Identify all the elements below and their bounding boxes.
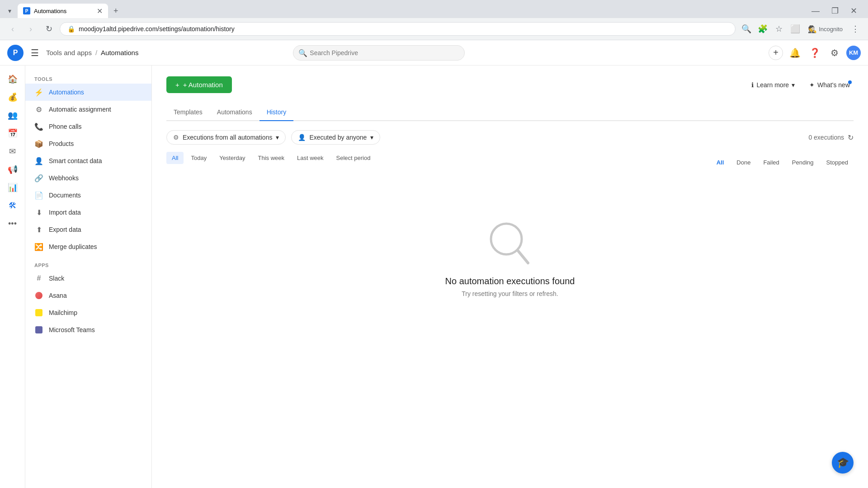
filters-row: ⚙ Executions from all automations ▾ 👤 Ex… bbox=[166, 130, 854, 145]
nav-icon-campaigns[interactable]: 📢 bbox=[5, 161, 21, 178]
active-browser-tab[interactable]: P Automations ✕ bbox=[18, 4, 108, 18]
nav-icon-activities[interactable]: 📅 bbox=[5, 125, 21, 141]
date-filter-last-week[interactable]: Last week bbox=[292, 152, 329, 164]
nav-icon-contacts[interactable]: 👥 bbox=[5, 107, 21, 123]
refresh-btn[interactable]: ↻ bbox=[848, 133, 854, 142]
profile-btn[interactable]: ⬜ bbox=[788, 22, 802, 36]
slack-icon: # bbox=[34, 274, 43, 283]
tab-list-btn[interactable]: ▾ bbox=[5, 5, 14, 16]
date-filters: All Today Yesterday This week Last week … bbox=[166, 152, 376, 164]
mailchimp-icon bbox=[34, 308, 43, 317]
whats-new-icon: ✦ bbox=[809, 81, 815, 89]
sidebar-item-products[interactable]: 📦 Products bbox=[25, 135, 151, 152]
extension-btn[interactable]: 🧩 bbox=[755, 22, 770, 36]
support-fab[interactable]: 🎓 bbox=[832, 452, 854, 474]
add-automation-btn[interactable]: + + Automation bbox=[166, 76, 232, 93]
sidebar-item-asana-label: Asana bbox=[49, 292, 67, 299]
executor-filter-label: Executed by anyone bbox=[309, 134, 367, 141]
tab-templates[interactable]: Templates bbox=[166, 104, 210, 121]
back-btn[interactable]: ‹ bbox=[5, 22, 20, 36]
sidebar-item-automations[interactable]: ⚡ Automations bbox=[25, 84, 151, 101]
products-icon: 📦 bbox=[34, 139, 43, 148]
date-filter-select-period[interactable]: Select period bbox=[331, 152, 376, 164]
main-toolbar: + + Automation ℹ Learn more ▾ ✦ What's n… bbox=[166, 76, 854, 93]
header-actions: + 🔔 ❓ ⚙ KM bbox=[769, 45, 861, 61]
new-tab-btn[interactable]: + bbox=[112, 5, 120, 18]
date-status-filters-row: All Today Yesterday This week Last week … bbox=[166, 152, 854, 173]
sidebar-item-webhooks[interactable]: 🔗 Webhooks bbox=[25, 169, 151, 187]
executor-filter-dropdown[interactable]: 👤 Executed by anyone ▾ bbox=[291, 130, 380, 145]
empty-state: No automation executions found Try reset… bbox=[166, 184, 854, 333]
automatic-assignment-icon: ⚙ bbox=[34, 105, 43, 114]
webhooks-icon: 🔗 bbox=[34, 174, 43, 183]
sidebar-item-mailchimp[interactable]: Mailchimp bbox=[25, 304, 151, 321]
left-icon-nav: 🏠 💰 👥 📅 ✉ 📢 📊 🛠 ••• bbox=[0, 66, 25, 488]
search-browser-btn[interactable]: 🔍 bbox=[739, 22, 754, 36]
help-btn[interactable]: ❓ bbox=[807, 45, 823, 61]
address-bar[interactable]: 🔒 moodjoy1altd.pipedrive.com/settings/au… bbox=[60, 22, 736, 36]
learn-more-btn[interactable]: ℹ Learn more ▾ bbox=[748, 78, 798, 92]
search-icon: 🔍 bbox=[298, 48, 307, 57]
notifications-btn[interactable]: 🔔 bbox=[787, 45, 803, 61]
sidebar-item-webhooks-label: Webhooks bbox=[49, 174, 79, 182]
browser-menu-btn[interactable]: ⋮ bbox=[848, 22, 863, 36]
reload-btn[interactable]: ↻ bbox=[42, 22, 56, 36]
info-icon: ℹ bbox=[751, 81, 754, 89]
breadcrumb-parent[interactable]: Tools and apps bbox=[46, 49, 92, 56]
nav-icon-tools[interactable]: 🛠 bbox=[5, 197, 21, 214]
tools-section-label: TOOLS bbox=[25, 73, 151, 84]
sidebar-item-import-data[interactable]: ⬇ Import data bbox=[25, 204, 151, 221]
date-filter-yesterday[interactable]: Yesterday bbox=[214, 152, 250, 164]
minimize-btn[interactable]: — bbox=[806, 4, 825, 18]
sidebar-item-phone-calls[interactable]: 📞 Phone calls bbox=[25, 118, 151, 135]
app-header: P ☰ Tools and apps / Automations 🔍 + 🔔 ❓… bbox=[0, 40, 868, 66]
sidebar-item-documents-label: Documents bbox=[49, 192, 81, 199]
date-filter-all[interactable]: All bbox=[166, 152, 184, 164]
smart-contact-data-icon: 👤 bbox=[34, 156, 43, 165]
nav-icon-deals[interactable]: 💰 bbox=[5, 89, 21, 105]
apps-section-label: APPS bbox=[25, 259, 151, 270]
executor-filter-chevron-icon: ▾ bbox=[370, 134, 373, 141]
sidebar-item-documents[interactable]: 📄 Documents bbox=[25, 187, 151, 204]
avatar[interactable]: KM bbox=[846, 46, 861, 60]
forward-btn[interactable]: › bbox=[24, 22, 38, 36]
nav-icon-home[interactable]: 🏠 bbox=[5, 71, 21, 87]
automations-filter-dropdown[interactable]: ⚙ Executions from all automations ▾ bbox=[166, 130, 286, 145]
status-filter-pending[interactable]: Pending bbox=[787, 156, 819, 169]
nav-icon-mail[interactable]: ✉ bbox=[5, 143, 21, 160]
bookmark-btn[interactable]: ☆ bbox=[772, 22, 786, 36]
status-filter-all[interactable]: All bbox=[711, 156, 730, 169]
main-actions-right: ℹ Learn more ▾ ✦ What's new bbox=[748, 78, 854, 92]
sidebar-item-asana[interactable]: Asana bbox=[25, 287, 151, 304]
nav-toggle-btn[interactable]: ☰ bbox=[29, 46, 41, 60]
sidebar-item-merge-duplicates[interactable]: 🔀 Merge duplicates bbox=[25, 238, 151, 255]
sidebar-item-automatic-assignment[interactable]: ⚙ Automatic assignment bbox=[25, 101, 151, 118]
nav-icon-reports[interactable]: 📊 bbox=[5, 179, 21, 196]
maximize-btn[interactable]: ❐ bbox=[826, 4, 844, 18]
search-input[interactable] bbox=[293, 45, 465, 61]
executions-count-label: 0 executions bbox=[808, 134, 844, 141]
status-filter-stopped[interactable]: Stopped bbox=[821, 156, 854, 169]
sidebar-item-merge-duplicates-label: Merge duplicates bbox=[49, 243, 97, 250]
close-btn[interactable]: ✕ bbox=[845, 4, 863, 18]
sidebar-item-slack[interactable]: # Slack bbox=[25, 270, 151, 287]
global-add-btn[interactable]: + bbox=[769, 46, 783, 60]
sidebar-item-smart-contact-data[interactable]: 👤 Smart contact data bbox=[25, 152, 151, 169]
documents-icon: 📄 bbox=[34, 191, 43, 200]
sidebar-item-microsoft-teams[interactable]: Microsoft Teams bbox=[25, 321, 151, 338]
breadcrumb: Tools and apps / Automations bbox=[46, 49, 138, 56]
settings-btn[interactable]: ⚙ bbox=[826, 45, 843, 61]
tab-close-btn[interactable]: ✕ bbox=[97, 7, 103, 15]
tab-automations[interactable]: Automations bbox=[210, 104, 259, 121]
date-filter-this-week[interactable]: This week bbox=[253, 152, 290, 164]
date-filter-today[interactable]: Today bbox=[185, 152, 212, 164]
status-filter-done[interactable]: Done bbox=[731, 156, 756, 169]
tab-title: Automations bbox=[34, 8, 66, 14]
phone-calls-icon: 📞 bbox=[34, 122, 43, 131]
tab-history[interactable]: History bbox=[259, 104, 294, 121]
sidebar-item-export-data[interactable]: ⬆ Export data bbox=[25, 221, 151, 238]
status-filter-failed[interactable]: Failed bbox=[758, 156, 784, 169]
whats-new-btn[interactable]: ✦ What's new bbox=[806, 78, 854, 92]
nav-icon-more[interactable]: ••• bbox=[5, 216, 21, 232]
status-filters: All Done Failed Pending Stopped bbox=[711, 156, 854, 169]
